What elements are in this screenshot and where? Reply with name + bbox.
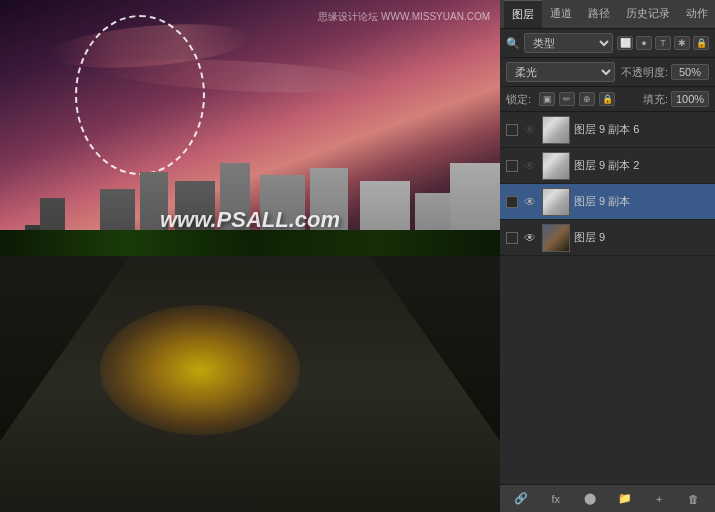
layer-item[interactable]: 👁 图层 9 副本 2 <box>500 148 715 184</box>
lock-label: 锁定: <box>506 92 531 107</box>
fill-label: 填充: <box>643 92 668 107</box>
watermark-text: www.PSALL.com <box>160 207 340 233</box>
layer-list: 👁 图层 9 副本 6 👁 图层 9 副本 2 👁 <box>500 112 715 484</box>
lock-all-btn[interactable]: 🔒 <box>599 92 615 106</box>
tab-channels[interactable]: 通道 <box>542 0 580 28</box>
fx-icon[interactable]: fx <box>546 490 566 508</box>
delete-icon[interactable]: 🗑 <box>684 490 704 508</box>
selection-circle <box>75 15 205 175</box>
filter-select[interactable]: 类型 <box>524 33 613 53</box>
tab-history[interactable]: 历史记录 <box>618 0 678 28</box>
yellow-glow <box>100 305 300 435</box>
opacity-label: 不透明度: <box>621 65 668 80</box>
layer-visibility-icon[interactable]: 👁 <box>522 158 538 174</box>
layer-item-selected[interactable]: 👁 图层 9 副本 <box>500 184 715 220</box>
layer-name: 图层 9 <box>574 230 709 245</box>
photo-scene: 思缘设计论坛 WWW.MISSYUAN.COM www.PSALL.com <box>0 0 500 512</box>
layer-name: 图层 9 副本 2 <box>574 158 709 173</box>
new-layer-icon[interactable]: + <box>649 490 669 508</box>
filter-icons-group: ⬜ ● T ✱ 🔒 <box>617 36 709 50</box>
layer-checkbox[interactable] <box>506 124 518 136</box>
fill-value[interactable]: 100% <box>671 91 709 107</box>
link-icon[interactable]: 🔗 <box>511 490 531 508</box>
layer-thumb <box>542 224 570 252</box>
layer-item[interactable]: 👁 图层 9 <box>500 220 715 256</box>
layer-visibility-icon[interactable]: 👁 <box>522 194 538 210</box>
panels: 图层 通道 路径 历史记录 动作 🔍 类型 ⬜ ● T ✱ 🔒 柔光 <box>500 0 715 512</box>
tab-layers[interactable]: 图层 <box>504 0 542 28</box>
filter-row: 🔍 类型 ⬜ ● T ✱ 🔒 <box>500 29 715 58</box>
tab-paths[interactable]: 路径 <box>580 0 618 28</box>
opacity-control: 不透明度: 50% <box>621 64 709 80</box>
thumb-inner <box>543 225 569 251</box>
filter-icon-btn-2[interactable]: ● <box>636 36 652 50</box>
tab-actions[interactable]: 动作 <box>678 0 715 28</box>
filter-icon-btn-4[interactable]: ✱ <box>674 36 690 50</box>
fill-control: 填充: 100% <box>643 91 709 107</box>
opacity-value[interactable]: 50% <box>671 64 709 80</box>
layer-item[interactable]: 👁 图层 9 副本 6 <box>500 112 715 148</box>
thumb-inner <box>543 189 569 215</box>
filter-icon-btn-3[interactable]: T <box>655 36 671 50</box>
layers-content: 🔍 类型 ⬜ ● T ✱ 🔒 柔光 不透明度: 50% 锁定: <box>500 29 715 512</box>
panel-bottom: 🔗 fx ⬤ 📁 + 🗑 <box>500 484 715 512</box>
layer-checkbox[interactable] <box>506 160 518 172</box>
panel-tabs: 图层 通道 路径 历史记录 动作 <box>500 0 715 29</box>
layer-checkbox[interactable] <box>506 232 518 244</box>
layer-visibility-icon[interactable]: 👁 <box>522 230 538 246</box>
thumb-inner <box>543 153 569 179</box>
filter-icon-btn-5[interactable]: 🔒 <box>693 36 709 50</box>
canvas-area: 思缘设计论坛 WWW.MISSYUAN.COM www.PSALL.com <box>0 0 500 512</box>
layer-visibility-icon[interactable]: 👁 <box>522 122 538 138</box>
layer-thumb <box>542 116 570 144</box>
filter-icon: 🔍 <box>506 37 520 50</box>
adjustment-icon[interactable]: ⬤ <box>580 490 600 508</box>
layer-checkbox[interactable] <box>506 196 518 208</box>
lock-paint-btn[interactable]: ✏ <box>559 92 575 106</box>
filter-icon-btn-1[interactable]: ⬜ <box>617 36 633 50</box>
layer-name: 图层 9 副本 6 <box>574 122 709 137</box>
watermark-top: 思缘设计论坛 WWW.MISSYUAN.COM <box>318 10 490 24</box>
folder-icon[interactable]: 📁 <box>615 490 635 508</box>
layer-thumb <box>542 188 570 216</box>
layer-name: 图层 9 副本 <box>574 194 709 209</box>
thumb-inner <box>543 117 569 143</box>
lock-row: 锁定: ▣ ✏ ⊕ 🔒 填充: 100% <box>500 87 715 112</box>
lock-transparent-btn[interactable]: ▣ <box>539 92 555 106</box>
layer-thumb <box>542 152 570 180</box>
lock-icons: ▣ ✏ ⊕ 🔒 <box>539 92 615 106</box>
lock-move-btn[interactable]: ⊕ <box>579 92 595 106</box>
blend-mode-select[interactable]: 柔光 <box>506 62 615 82</box>
blend-row: 柔光 不透明度: 50% <box>500 58 715 87</box>
